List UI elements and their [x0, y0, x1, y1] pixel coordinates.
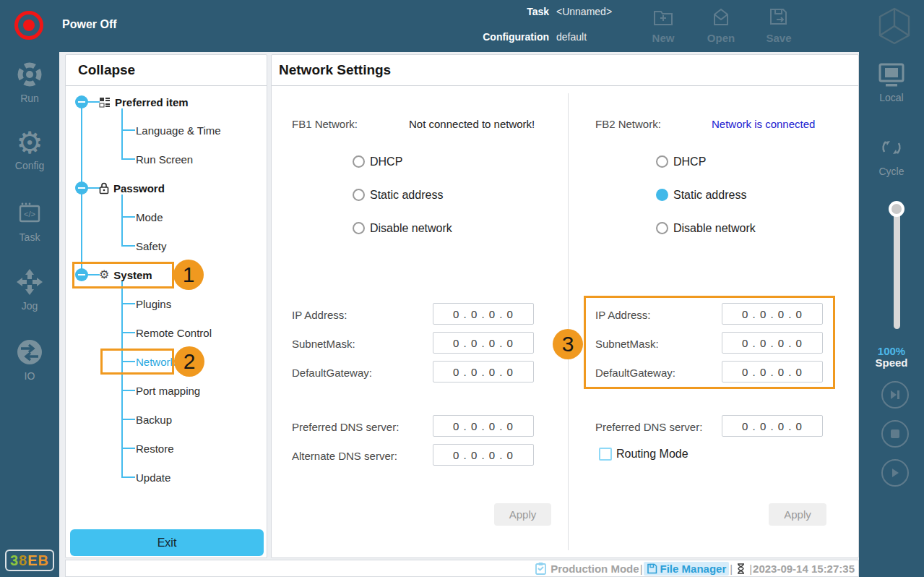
- fb2-radio-disable-label[interactable]: Disable network: [673, 222, 756, 235]
- settings-tree-panel: Collapse Preferred item Language & Time: [65, 54, 267, 558]
- sidebar-item-task[interactable]: </> Task: [0, 199, 59, 243]
- column-divider: [568, 93, 569, 550]
- fb2-radio-disable[interactable]: [656, 222, 668, 234]
- fb2-gateway-input[interactable]: [722, 361, 823, 382]
- tree-item-update[interactable]: Update: [136, 463, 170, 492]
- tree-item-language-time[interactable]: Language & Time: [136, 116, 221, 145]
- local-label: Local: [859, 92, 924, 103]
- annotation-circle-2: 2: [174, 346, 204, 377]
- speed-slider-thumb[interactable]: [889, 201, 904, 217]
- configuration-row: Configuration default: [464, 31, 587, 43]
- exit-button[interactable]: Exit: [70, 529, 264, 556]
- sidebar-item-cycle[interactable]: Cycle: [859, 133, 924, 177]
- svg-text:</>: </>: [24, 210, 35, 218]
- tree-item-label: Plugins: [136, 298, 171, 310]
- fb1-apply-button[interactable]: Apply: [494, 503, 551, 526]
- fb2-radio-dhcp-label[interactable]: DHCP: [673, 155, 706, 168]
- step-button[interactable]: [881, 381, 909, 409]
- fb1-alternate-dns-input[interactable]: [433, 444, 534, 466]
- collapse-toggle-password[interactable]: [75, 181, 88, 195]
- tree-item-run-screen[interactable]: Run Screen: [136, 145, 193, 174]
- main-panel-header: Network Settings: [272, 55, 858, 86]
- page-title: Network Settings: [279, 62, 391, 78]
- badge-char: E: [27, 552, 38, 569]
- speed-label: Speed: [859, 356, 924, 369]
- fb1-network-status: Not connected to network!: [409, 118, 535, 130]
- network-settings-panel: Network Settings FB1 Network: Not connec…: [271, 54, 859, 558]
- save-task-button[interactable]: Save: [759, 7, 799, 44]
- tree-item-label: Backup: [136, 414, 172, 426]
- fb2-radio-static[interactable]: [656, 189, 668, 201]
- local-monitor-icon: [877, 62, 906, 88]
- tree-item-label: Port mapping: [136, 385, 200, 397]
- stop-button[interactable]: [881, 420, 909, 448]
- tree-item-remote-control[interactable]: Remote Control: [136, 318, 212, 347]
- power-button[interactable]: [14, 11, 43, 40]
- fb1-radio-dhcp[interactable]: [353, 155, 365, 168]
- tree-line: [87, 101, 100, 103]
- status-bar: Production Mode | File Manager | | 2023-…: [65, 560, 859, 577]
- config-gear-icon: ⚙: [0, 127, 59, 159]
- fb2-ip-input[interactable]: [722, 303, 823, 325]
- speed-percent: 100%: [859, 345, 924, 357]
- fb1-radio-static[interactable]: [353, 189, 365, 201]
- fb2-preferred-dns-input[interactable]: [722, 415, 823, 437]
- open-task-button[interactable]: Open: [701, 7, 741, 44]
- collapse-title[interactable]: Collapse: [78, 62, 135, 78]
- sidebar-item-local[interactable]: Local: [859, 62, 924, 103]
- fb1-radio-dhcp-label[interactable]: DHCP: [370, 155, 402, 168]
- tree-item-restore[interactable]: Restore: [136, 434, 174, 463]
- tree-line: [121, 361, 135, 362]
- sidebar-item-jog[interactable]: Jog: [0, 268, 59, 312]
- fb1-ip-label: IP Address:: [292, 309, 347, 321]
- tree-item-password[interactable]: Password: [99, 174, 165, 202]
- fb1-radio-static-label[interactable]: Static address: [370, 189, 443, 202]
- file-manager-button[interactable]: File Manager: [644, 562, 730, 576]
- fb1-alternate-dns-label: Alternate DNS server:: [292, 450, 397, 462]
- lock-icon: [99, 182, 109, 195]
- fb1-subnet-input[interactable]: [433, 332, 534, 354]
- tree-item-label: Update: [136, 471, 170, 484]
- fb2-radio-static-label[interactable]: Static address: [673, 189, 746, 202]
- tree-item-plugins[interactable]: Plugins: [136, 289, 171, 318]
- fb2-subnet-label: SubnetMask:: [595, 338, 659, 350]
- fb2-preferred-dns-label: Preferred DNS server:: [595, 421, 702, 433]
- fb1-ip-input[interactable]: [433, 303, 534, 325]
- routing-mode-checkbox[interactable]: [599, 448, 612, 461]
- task-row: Task <Unnamed>: [464, 6, 612, 17]
- io-label: IO: [0, 370, 59, 382]
- fb1-radio-disable-label[interactable]: Disable network: [370, 222, 452, 235]
- fb2-subnet-input[interactable]: [722, 332, 823, 354]
- tree-item-label: Restore: [136, 443, 174, 455]
- tree-item-backup[interactable]: Backup: [136, 405, 172, 434]
- fb1-preferred-dns-input[interactable]: [433, 415, 534, 437]
- collapse-toggle-preferred[interactable]: [75, 95, 88, 108]
- collapse-toggle-system[interactable]: [75, 268, 88, 281]
- speed-slider-track[interactable]: [894, 209, 900, 329]
- tree-item-port-mapping[interactable]: Port mapping: [136, 376, 200, 405]
- tree-item-safety[interactable]: Safety: [136, 231, 167, 260]
- fb2-radio-dhcp[interactable]: [656, 155, 668, 168]
- tree-item-network[interactable]: Network: [136, 347, 176, 376]
- fb1-gateway-input[interactable]: [433, 361, 534, 382]
- tree-line: [121, 390, 135, 391]
- fb1-subnet-label: SubnetMask:: [292, 338, 355, 350]
- tree-item-system[interactable]: ⚙ System: [99, 260, 152, 289]
- tree-item-preferred[interactable]: Preferred item: [99, 87, 189, 116]
- fb1-radio-disable[interactable]: [353, 222, 365, 234]
- tree-item-mode[interactable]: Mode: [136, 202, 163, 231]
- sidebar-item-config[interactable]: ⚙ Config: [0, 127, 59, 171]
- play-button[interactable]: [881, 459, 909, 487]
- tree-line: [121, 216, 135, 218]
- fb1-preferred-dns-label: Preferred DNS server:: [292, 421, 399, 433]
- routing-mode-label[interactable]: Routing Mode: [616, 448, 688, 461]
- open-label: Open: [701, 32, 741, 44]
- sidebar-item-run[interactable]: Run: [0, 60, 59, 104]
- tree-line: [121, 245, 135, 247]
- brand-logo-icon: [876, 6, 913, 49]
- sidebar-item-io[interactable]: IO: [0, 338, 59, 382]
- gear-icon: ⚙: [99, 269, 109, 281]
- io-icon: [15, 338, 44, 367]
- fb2-apply-button[interactable]: Apply: [769, 503, 826, 526]
- new-task-button[interactable]: New: [643, 7, 683, 44]
